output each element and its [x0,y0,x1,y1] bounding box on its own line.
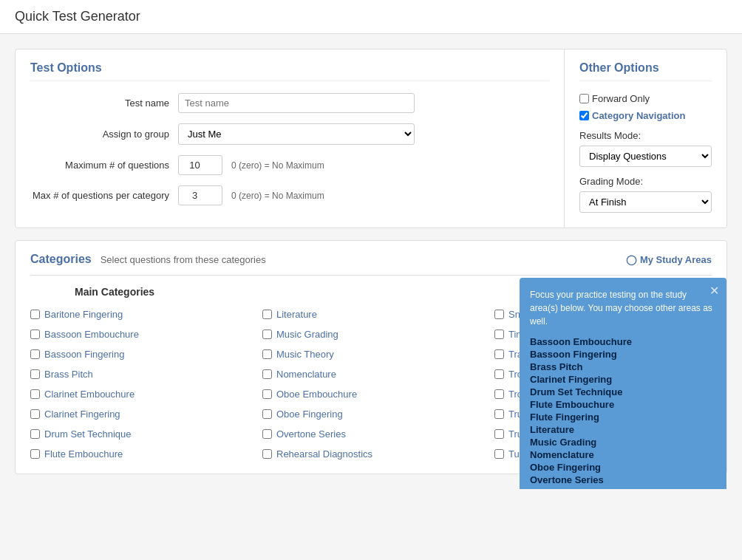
category-checkbox[interactable] [30,449,40,459]
category-label: Baritone Fingering [44,309,123,320]
list-item: Flute Embouchure [530,398,716,411]
list-item[interactable]: Oboe Embouchure [262,386,480,402]
study-areas-list: Bassoon EmbouchureBassoon FingeringBrass… [530,335,716,486]
max-per-category-input[interactable] [178,185,222,205]
list-item[interactable]: Music Grading [262,327,480,342]
options-card: Test Options Test name Assign to group J… [15,49,727,228]
list-item[interactable]: Rehearsal Diagnostics [262,446,480,462]
categories-subtitle: Select questions from these categories [101,254,266,265]
category-checkbox[interactable] [262,389,272,399]
category-label: Bassoon Embouchure [44,329,139,340]
list-item: Flute Fingering [530,411,716,423]
list-item: Nomenclature [530,448,716,461]
assign-group-select[interactable]: Just Me All Students Class A Class B [178,123,415,145]
category-checkbox[interactable] [30,310,40,319]
category-label: Flute Embouchure [44,448,123,460]
list-item[interactable]: Nomenclature [262,366,480,382]
forward-only-row: Forward Only [579,93,712,104]
test-options-section: Test Options Test name Assign to group J… [16,49,564,228]
category-checkbox[interactable] [494,449,504,459]
category-label: Music Theory [276,349,334,360]
study-areas-close-button[interactable]: ✕ [709,284,719,298]
assign-group-label: Assign to group [30,129,178,140]
category-nav-label[interactable]: Category Navigation [592,110,685,121]
list-item: Music Grading [530,436,716,448]
list-item[interactable]: Clarinet Fingering [30,406,248,422]
max-questions-hint: 0 (zero) = No Maximum [231,160,324,171]
my-study-areas-link[interactable]: ◯ My Study Areas [626,254,712,265]
list-item[interactable]: Flute Embouchure [30,446,248,462]
list-item[interactable]: Literature [262,307,480,322]
globe-icon: ◯ [626,254,637,265]
category-checkbox[interactable] [262,310,272,319]
list-item: Oboe Fingering [530,461,716,474]
study-areas-description: Focus your practice testing on the study… [530,288,716,328]
list-item: Drum Set Technique [530,386,716,398]
category-label: Overtone Series [276,428,346,440]
category-label: Literature [276,309,317,320]
category-checkbox[interactable] [30,409,40,419]
category-checkbox[interactable] [262,369,272,379]
list-item[interactable]: Brass Pitch [30,366,248,382]
list-item[interactable]: Bassoon Embouchure [30,327,248,342]
results-mode-select[interactable]: Display Questions Show Score Only No Res… [579,146,712,167]
my-study-areas-label: My Study Areas [640,254,712,265]
results-mode-label: Results Mode: [579,130,712,141]
list-item[interactable]: Oboe Fingering [262,406,480,422]
category-label: Drum Set Technique [44,428,132,440]
categories-divider [30,275,712,276]
category-checkbox[interactable] [262,449,272,459]
category-checkbox[interactable] [30,329,40,339]
forward-only-checkbox[interactable] [579,94,589,103]
category-checkbox[interactable] [30,349,40,359]
category-label: Clarinet Embouchure [44,389,135,400]
category-checkbox[interactable] [262,409,272,419]
max-per-category-label: Max # of questions per category [30,190,178,201]
category-label: Oboe Embouchure [276,389,357,400]
categories-card: Categories Select questions from these c… [15,240,727,474]
test-name-input[interactable] [178,93,415,113]
max-questions-input[interactable] [178,155,222,175]
grading-mode-select[interactable]: At Finish Immediate None [579,191,712,213]
category-checkbox[interactable] [494,409,504,419]
list-item[interactable]: Drum Set Technique [30,426,248,442]
category-checkbox[interactable] [494,369,504,379]
assign-group-row: Assign to group Just Me All Students Cla… [30,123,549,145]
category-checkbox[interactable] [494,429,504,439]
study-areas-popup: ✕ Focus your practice testing on the stu… [520,278,726,489]
categories-title: Categories [30,253,92,266]
category-nav-checkbox[interactable] [579,111,589,120]
other-options-title: Other Options [579,61,712,81]
category-checkbox[interactable] [494,310,504,319]
list-item[interactable]: Music Theory [262,346,480,362]
category-label: Oboe Fingering [276,409,343,420]
category-checkbox[interactable] [494,329,504,339]
list-item: Bassoon Embouchure [530,335,716,348]
category-checkbox[interactable] [30,429,40,439]
page-title: Quick Test Generator [15,9,727,24]
categories-title-row: Categories Select questions from these c… [30,253,266,266]
category-label: Rehearsal Diagnostics [276,448,372,460]
categories-header: Categories Select questions from these c… [30,253,712,266]
category-checkbox[interactable] [30,369,40,379]
max-questions-label: Maximum # of questions [30,160,178,171]
list-item[interactable]: Baritone Fingering [30,307,248,322]
list-item: Brass Pitch [530,361,716,373]
category-checkbox[interactable] [262,429,272,439]
list-item[interactable]: Bassoon Fingering [30,346,248,362]
category-label: Nomenclature [276,369,336,380]
test-name-row: Test name [30,93,549,113]
list-item[interactable]: Overtone Series [262,426,480,442]
forward-only-label[interactable]: Forward Only [592,93,650,104]
category-checkbox[interactable] [494,389,504,399]
category-checkbox[interactable] [262,349,272,359]
list-item: Clarinet Fingering [530,373,716,386]
category-label: Clarinet Fingering [44,409,120,420]
max-per-category-row: Max # of questions per category 0 (zero)… [30,185,549,205]
list-item[interactable]: Clarinet Embouchure [30,386,248,402]
category-checkbox[interactable] [262,329,272,339]
category-nav-row: Category Navigation [579,110,712,121]
category-checkbox[interactable] [494,349,504,359]
max-questions-row: Maximum # of questions 0 (zero) = No Max… [30,155,549,175]
category-checkbox[interactable] [30,389,40,399]
